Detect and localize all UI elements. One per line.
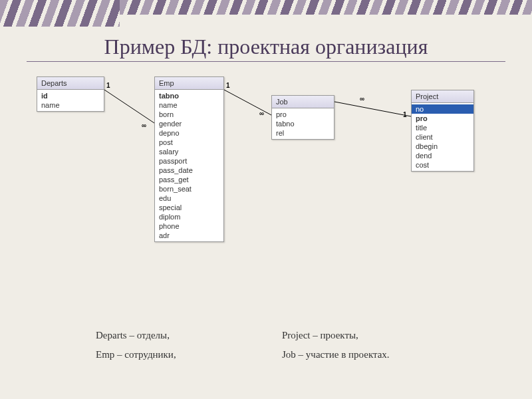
table-header-emp: Emp	[155, 77, 223, 90]
legend-departs: Departs – отделы,	[93, 326, 279, 345]
decorative-band-right	[120, 0, 532, 15]
field: depno	[155, 128, 223, 138]
table-header-job: Job	[272, 96, 334, 108]
field: name	[37, 100, 104, 110]
field: adr	[155, 231, 223, 240]
table-header-project: Project	[412, 90, 473, 103]
field: tabno	[155, 91, 223, 100]
field: gender	[155, 119, 223, 128]
field: phone	[155, 221, 223, 231]
rel-job-many: ∞	[360, 95, 364, 102]
table-job: Job pro tabno rel	[271, 95, 334, 140]
field: name	[155, 100, 223, 110]
field: dbegin	[412, 142, 473, 151]
rel-emp-many: ∞	[259, 110, 264, 117]
field: pro	[412, 114, 473, 123]
field: pass_date	[155, 166, 223, 175]
field: passport	[155, 156, 223, 166]
legend-project: Project – проекты,	[279, 326, 466, 345]
field: edu	[155, 194, 223, 203]
svg-line-0	[104, 90, 154, 123]
field: rel	[272, 128, 334, 138]
svg-line-2	[334, 102, 411, 116]
legend-job: Job – участие в проектах.	[279, 345, 466, 364]
decorative-band-left	[0, 0, 120, 27]
field: client	[412, 132, 473, 142]
table-header-departs: Departs	[37, 77, 104, 90]
er-diagram: Departs id name Emp tabno name born gend…	[0, 70, 532, 316]
table-emp: Emp tabno name born gender depno post sa…	[154, 76, 224, 242]
field: salary	[155, 147, 223, 156]
field: born	[155, 110, 223, 119]
table-project: Project no pro title client dbegin dend …	[411, 90, 474, 172]
svg-line-1	[224, 90, 271, 115]
rel-departs-one: 1	[106, 82, 110, 89]
table-fields-project: no pro title client dbegin dend cost	[412, 103, 473, 171]
table-departs: Departs id name	[37, 76, 104, 112]
field: cost	[412, 160, 473, 170]
legend: Departs – отделы, Project – проекты, Emp…	[93, 326, 466, 364]
field: title	[412, 123, 473, 132]
page-title: Пример БД: проектная организация	[40, 35, 492, 59]
table-fields-emp: tabno name born gender depno post salary…	[155, 90, 223, 241]
field: born_seat	[155, 184, 223, 194]
title-underline	[27, 61, 505, 62]
table-fields-departs: id name	[37, 90, 104, 111]
rel-project-one: 1	[403, 111, 407, 118]
field: diplom	[155, 212, 223, 221]
field: id	[37, 91, 104, 100]
rel-emp-one: 1	[226, 82, 230, 89]
field: pro	[272, 110, 334, 119]
field: special	[155, 203, 223, 212]
field-selected: no	[412, 104, 473, 114]
field: dend	[412, 151, 473, 160]
legend-emp: Emp – сотрудники,	[93, 345, 279, 364]
table-fields-job: pro tabno rel	[272, 108, 334, 139]
field: pass_get	[155, 175, 223, 184]
field: post	[155, 138, 223, 147]
field: tabno	[272, 119, 334, 128]
rel-departs-many: ∞	[142, 122, 146, 129]
